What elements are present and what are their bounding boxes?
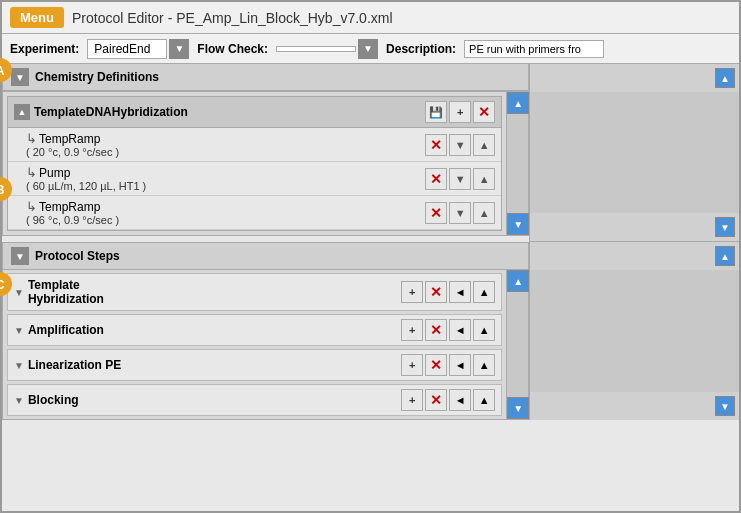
right-top-scroll-track bbox=[530, 92, 739, 213]
proto-del-3[interactable]: ✕ bbox=[425, 354, 447, 376]
chem-group-title: ▲ TemplateDNAHybridization bbox=[14, 104, 188, 120]
chem-scroll-down[interactable]: ▼ bbox=[507, 213, 529, 235]
proto-expand-4: ▼ bbox=[14, 395, 24, 406]
proto-left-4[interactable]: ◄ bbox=[449, 389, 471, 411]
proto-add-2[interactable]: + bbox=[401, 319, 423, 341]
sub-item-tempramp-1-info: ↳ TempRamp ( 20 °c, 0.9 °c/sec ) bbox=[26, 131, 119, 158]
experiment-value: PairedEnd bbox=[87, 39, 167, 59]
proto-steps-area: ▼ Template Hybridization + ✕ ◄ ▲ bbox=[2, 270, 529, 420]
experiment-dropdown[interactable]: PairedEnd ▼ bbox=[87, 39, 189, 59]
right-top-scroll-down-area: ▼ bbox=[530, 213, 739, 241]
flow-check-dropdown[interactable]: ▼ bbox=[276, 39, 378, 59]
proto-scroll-down[interactable]: ▼ bbox=[507, 397, 529, 419]
proto-add-4[interactable]: + bbox=[401, 389, 423, 411]
experiment-bar: Experiment: PairedEnd ▼ Flow Check: ▼ De… bbox=[2, 34, 739, 64]
proto-del-1[interactable]: ✕ bbox=[425, 281, 447, 303]
flow-check-value bbox=[276, 46, 356, 52]
right-bottom-scroll-down[interactable]: ▼ bbox=[715, 396, 735, 416]
proto-up-2[interactable]: ▲ bbox=[473, 319, 495, 341]
chem-scroll-up[interactable]: ▲ bbox=[507, 92, 529, 114]
proto-actions-3: + ✕ ◄ ▲ bbox=[401, 354, 495, 376]
sub-down-1[interactable]: ▼ bbox=[449, 134, 471, 156]
proto-expand-1: ▼ bbox=[14, 287, 24, 298]
proto-up-1[interactable]: ▲ bbox=[473, 281, 495, 303]
sub-up-1[interactable]: ▲ bbox=[473, 134, 495, 156]
proto-add-1[interactable]: + bbox=[401, 281, 423, 303]
right-top-scroll-down[interactable]: ▼ bbox=[715, 217, 735, 237]
sub-item-tempramp-2: ↳ TempRamp ( 96 °c, 0.9 °c/sec ) ✕ ▼ ▲ bbox=[8, 196, 501, 230]
right-top-scroll-up[interactable]: ▲ bbox=[715, 68, 735, 88]
chem-scroll-track bbox=[507, 114, 528, 213]
proto-del-4[interactable]: ✕ bbox=[425, 389, 447, 411]
sub-item-params-3: ( 96 °c, 0.9 °c/sec ) bbox=[26, 214, 119, 226]
proto-up-3[interactable]: ▲ bbox=[473, 354, 495, 376]
main-container: A B C Menu Protocol Editor - PE_Amp_Lin_… bbox=[0, 0, 741, 513]
sub-arrow-icon-1: ↳ bbox=[26, 131, 37, 146]
chem-group-header: ▲ TemplateDNAHybridization 💾 + ✕ bbox=[8, 97, 501, 128]
flow-check-label: Flow Check: bbox=[197, 42, 268, 56]
proto-name-1: Template Hybridization bbox=[28, 278, 148, 306]
sub-delete-1[interactable]: ✕ bbox=[425, 134, 447, 156]
chem-def-title: Chemistry Definitions bbox=[35, 70, 159, 84]
proto-steps-toggle[interactable]: ▼ bbox=[11, 247, 29, 265]
right-bottom-scroll-up-area: ▲ bbox=[530, 242, 739, 270]
proto-steps-title: Protocol Steps bbox=[35, 249, 120, 263]
menu-button[interactable]: Menu bbox=[10, 7, 64, 28]
proto-name-2: Amplification bbox=[28, 323, 148, 337]
proto-left-2[interactable]: ◄ bbox=[449, 319, 471, 341]
proto-left-3[interactable]: ◄ bbox=[449, 354, 471, 376]
sub-item-name-1: TempRamp bbox=[39, 132, 100, 146]
proto-item-amplification: ▼ Amplification + ✕ ◄ ▲ bbox=[7, 314, 502, 346]
proto-item-linearization: ▼ Linearization PE + ✕ ◄ ▲ bbox=[7, 349, 502, 381]
right-panel: ▲ ▼ ▲ ▼ bbox=[529, 64, 739, 420]
right-bottom-section: ▲ ▼ bbox=[530, 242, 739, 420]
chem-def-header: ▼ Chemistry Definitions bbox=[2, 64, 529, 91]
chem-content: ▲ TemplateDNAHybridization 💾 + ✕ bbox=[3, 92, 506, 235]
sub-delete-2[interactable]: ✕ bbox=[425, 168, 447, 190]
proto-scrollbar: ▲ ▼ bbox=[506, 270, 528, 419]
add-button[interactable]: + bbox=[449, 101, 471, 123]
sub-item-pump-info: ↳ Pump ( 60 µL/m, 120 µL, HT1 ) bbox=[26, 165, 146, 192]
sub-item-params-2: ( 60 µL/m, 120 µL, HT1 ) bbox=[26, 180, 146, 192]
chem-content-with-scroll: ▲ TemplateDNAHybridization 💾 + ✕ bbox=[3, 92, 528, 235]
sub-arrow-icon-2: ↳ bbox=[26, 165, 37, 180]
description-label: Description: bbox=[386, 42, 456, 56]
right-top-scroll-up-area: ▲ bbox=[530, 64, 739, 92]
title-bar: Menu Protocol Editor - PE_Amp_Lin_Block_… bbox=[2, 2, 739, 34]
sub-delete-3[interactable]: ✕ bbox=[425, 202, 447, 224]
proto-content: ▼ Template Hybridization + ✕ ◄ ▲ bbox=[3, 270, 506, 419]
proto-add-3[interactable]: + bbox=[401, 354, 423, 376]
proto-scroll-up[interactable]: ▲ bbox=[507, 270, 529, 292]
right-bottom-scroll-track bbox=[530, 270, 739, 392]
experiment-arrow[interactable]: ▼ bbox=[169, 39, 189, 59]
sub-item-actions-2: ✕ ▼ ▲ bbox=[425, 168, 495, 190]
proto-left-1[interactable]: ◄ bbox=[449, 281, 471, 303]
flow-check-arrow[interactable]: ▼ bbox=[358, 39, 378, 59]
proto-name-3: Linearization PE bbox=[28, 358, 148, 372]
proto-up-4[interactable]: ▲ bbox=[473, 389, 495, 411]
proto-actions-1: + ✕ ◄ ▲ bbox=[401, 281, 495, 303]
proto-steps-header: ▼ Protocol Steps bbox=[2, 242, 529, 270]
proto-item-template-hyb: ▼ Template Hybridization + ✕ ◄ ▲ bbox=[7, 273, 502, 311]
right-bottom-scroll-down-area: ▼ bbox=[530, 392, 739, 420]
proto-name-4: Blocking bbox=[28, 393, 148, 407]
proto-item-blocking: ▼ Blocking + ✕ ◄ ▲ bbox=[7, 384, 502, 416]
right-bottom-scroll-up[interactable]: ▲ bbox=[715, 246, 735, 266]
right-top-section: ▲ ▼ bbox=[530, 64, 739, 242]
group-expand-btn[interactable]: ▲ bbox=[14, 104, 30, 120]
save-button[interactable]: 💾 bbox=[425, 101, 447, 123]
sub-item-name-3: TempRamp bbox=[39, 200, 100, 214]
sub-down-3[interactable]: ▼ bbox=[449, 202, 471, 224]
experiment-label: Experiment: bbox=[10, 42, 79, 56]
sub-down-2[interactable]: ▼ bbox=[449, 168, 471, 190]
delete-button[interactable]: ✕ bbox=[473, 101, 495, 123]
description-input[interactable] bbox=[464, 40, 604, 58]
chem-group-template: ▲ TemplateDNAHybridization 💾 + ✕ bbox=[7, 96, 502, 231]
sub-item-pump: ↳ Pump ( 60 µL/m, 120 µL, HT1 ) ✕ ▼ ▲ bbox=[8, 162, 501, 196]
sub-up-3[interactable]: ▲ bbox=[473, 202, 495, 224]
sub-item-actions-3: ✕ ▼ ▲ bbox=[425, 202, 495, 224]
chem-def-toggle[interactable]: ▼ bbox=[11, 68, 29, 86]
sub-up-2[interactable]: ▲ bbox=[473, 168, 495, 190]
proto-del-2[interactable]: ✕ bbox=[425, 319, 447, 341]
sub-arrow-icon-3: ↳ bbox=[26, 199, 37, 214]
